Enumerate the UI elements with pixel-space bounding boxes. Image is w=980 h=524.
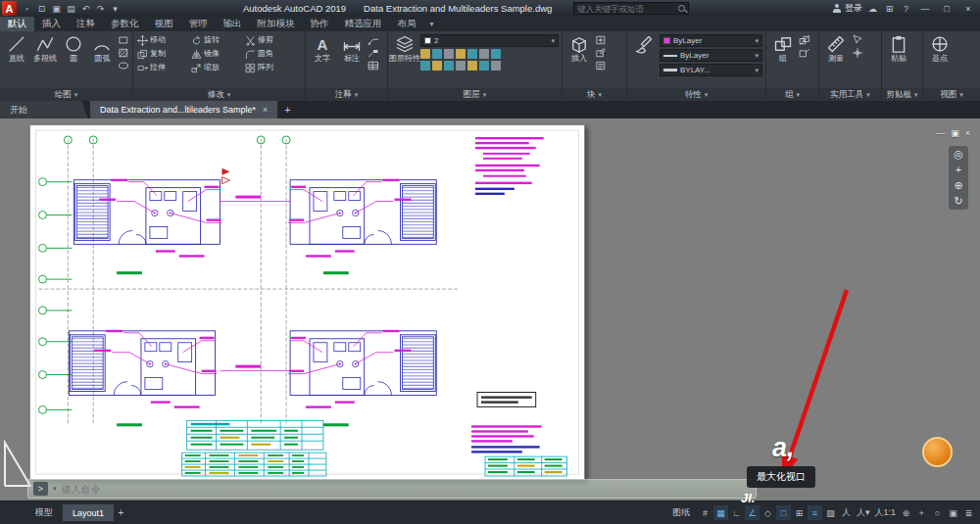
workspace-icon[interactable]: ⊛: [899, 505, 913, 520]
insert-block-button[interactable]: 插入: [565, 34, 593, 64]
a360-icon[interactable]: ☁: [866, 1, 879, 16]
layer-tool-icon[interactable]: [491, 49, 501, 59]
layer-properties-button[interactable]: 图层特性: [391, 34, 418, 64]
ribbon-tab-collaborate[interactable]: 协作: [303, 17, 337, 31]
panel-label-groups[interactable]: 组▾: [766, 88, 818, 101]
block-attributes-icon[interactable]: [595, 60, 607, 71]
close-tab-icon[interactable]: ×: [263, 105, 268, 115]
scale-button[interactable]: 缩放: [190, 62, 244, 74]
transparency-icon[interactable]: ▨: [823, 505, 838, 520]
paste-button[interactable]: 粘贴: [885, 34, 912, 64]
restore-button[interactable]: □: [938, 1, 956, 16]
table-icon[interactable]: [368, 60, 379, 71]
open-file-icon[interactable]: ⊡: [35, 1, 48, 16]
ribbon-tab-parametric[interactable]: 参数化: [103, 17, 147, 31]
layer-tool-icon[interactable]: [456, 49, 466, 59]
rotate-button[interactable]: 旋转: [190, 34, 244, 47]
measure-button[interactable]: 测量: [822, 34, 850, 64]
ribbon-collapse-icon[interactable]: ▾: [430, 17, 434, 31]
fillet-button[interactable]: 圆角: [244, 48, 298, 61]
ribbon-tab-annotate[interactable]: 注释: [69, 17, 103, 31]
close-button[interactable]: ×: [959, 1, 977, 16]
isodraft-icon[interactable]: ◇: [760, 505, 775, 520]
annotation-monitor-icon[interactable]: +: [914, 505, 929, 520]
panel-label-block[interactable]: 块▾: [563, 88, 626, 101]
ribbon-tab-manage[interactable]: 管理: [181, 17, 216, 31]
panel-label-view[interactable]: 视图▾: [923, 88, 980, 101]
polar-icon[interactable]: ∠: [745, 505, 760, 520]
polyline-button[interactable]: 多段线: [31, 34, 58, 64]
vp-minimize-icon[interactable]: —: [936, 128, 945, 138]
base-button[interactable]: 基点: [926, 34, 954, 64]
layer-tool-icon[interactable]: [491, 61, 501, 71]
plot-icon[interactable]: ▤: [65, 1, 77, 16]
trim-button[interactable]: 修剪: [244, 34, 298, 47]
new-layout-button[interactable]: +: [114, 504, 128, 521]
command-prompt-icon[interactable]: >: [33, 482, 48, 496]
layer-tool-icon[interactable]: [420, 49, 430, 59]
panel-label-draw[interactable]: 绘图▾: [0, 88, 132, 101]
layer-dropdown[interactable]: 2 ▾: [420, 34, 559, 47]
layer-tool-icon[interactable]: [432, 61, 442, 71]
grid-icon[interactable]: #: [698, 505, 712, 520]
object-color-dropdown[interactable]: ByLayer ▾: [660, 34, 762, 47]
linetype-dropdown[interactable]: ByLayer ▾: [660, 49, 762, 62]
ribbon-tab-view[interactable]: 视图: [147, 17, 181, 31]
quick-select-icon[interactable]: [852, 34, 863, 46]
minimize-button[interactable]: —: [916, 1, 934, 16]
vp-close-icon[interactable]: ×: [965, 128, 970, 138]
layer-tool-icon[interactable]: [432, 49, 442, 59]
apps-icon[interactable]: ⊞: [883, 1, 896, 16]
app-menu-button[interactable]: A: [2, 1, 17, 16]
layer-tool-icon[interactable]: [456, 61, 466, 71]
layer-tool-icon[interactable]: [467, 49, 477, 59]
save-icon[interactable]: ▣: [50, 1, 63, 16]
layer-tool-icon[interactable]: [479, 49, 489, 59]
command-line[interactable]: > ▾: [27, 479, 757, 499]
osnap-icon[interactable]: □: [776, 505, 791, 520]
edit-block-icon[interactable]: [595, 47, 607, 59]
rectangle-icon[interactable]: [118, 34, 129, 46]
zoom-icon[interactable]: ⊕: [954, 180, 962, 191]
layer-tool-icon[interactable]: [467, 61, 477, 71]
command-input[interactable]: [62, 484, 751, 495]
stretch-button[interactable]: 拉伸: [136, 62, 190, 74]
group-edit-icon[interactable]: [799, 47, 810, 59]
annotation-scale-icon[interactable]: 人1:1: [872, 505, 898, 520]
search-input[interactable]: [577, 4, 678, 14]
clean-screen-icon[interactable]: ▣: [946, 505, 960, 520]
panel-label-properties[interactable]: 特性▾: [627, 88, 765, 101]
tab-layout1[interactable]: Layout1: [63, 504, 114, 521]
autoscale-icon[interactable]: 人▾: [855, 505, 872, 520]
new-file-icon[interactable]: ▫: [21, 1, 33, 16]
orbit-icon[interactable]: ↻: [954, 196, 962, 207]
dimension-button[interactable]: 标注: [338, 34, 366, 64]
paper-space-label[interactable]: 图纸: [665, 506, 697, 519]
panel-label-annotate[interactable]: 注释▾: [306, 88, 387, 101]
hatch-icon[interactable]: [118, 47, 129, 59]
copy-button[interactable]: 复制: [136, 48, 190, 61]
vp-restore-icon[interactable]: ▣: [951, 128, 959, 138]
ungroup-icon[interactable]: [799, 34, 810, 46]
layer-tool-icon[interactable]: [479, 61, 489, 71]
drawing-area[interactable]: — ▣ × ◎ + ⊕ ↻: [0, 119, 980, 500]
move-button[interactable]: 移动: [136, 34, 190, 47]
panel-label-clipboard[interactable]: 剪贴板▾: [882, 88, 922, 101]
signin-button[interactable]: 登录: [845, 2, 862, 15]
arc-button[interactable]: 圆弧: [89, 34, 116, 64]
pan-icon[interactable]: +: [956, 165, 961, 175]
layer-tool-icon[interactable]: [420, 61, 430, 71]
undo-icon[interactable]: ↶: [79, 1, 92, 16]
search-icon[interactable]: [678, 5, 685, 12]
ortho-icon[interactable]: ∟: [729, 505, 744, 520]
ellipse-icon[interactable]: [118, 60, 129, 71]
ribbon-tab-insert[interactable]: 插入: [34, 17, 69, 31]
redo-icon[interactable]: ↷: [94, 1, 107, 16]
group-button[interactable]: 组: [769, 34, 797, 64]
text-button[interactable]: A 文字: [309, 34, 336, 64]
array-button[interactable]: 阵列: [244, 62, 298, 74]
panel-label-layers[interactable]: 图层▾: [388, 88, 562, 101]
new-tab-button[interactable]: +: [279, 101, 295, 119]
multileader-icon[interactable]: [368, 34, 379, 46]
snap-icon[interactable]: ▦: [713, 505, 728, 520]
